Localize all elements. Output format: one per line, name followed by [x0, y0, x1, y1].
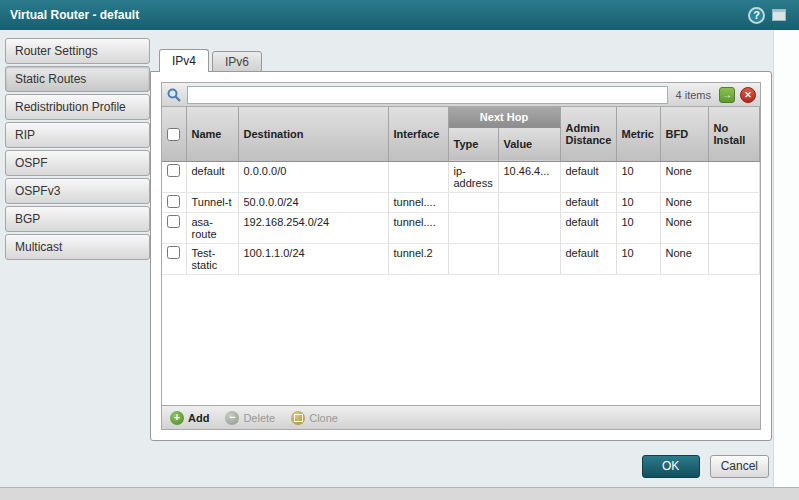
- page-bottom-strip: [0, 487, 799, 500]
- column-header-interface[interactable]: Interface: [388, 107, 448, 161]
- cell-metric: 10: [616, 243, 660, 274]
- column-header-metric[interactable]: Metric: [616, 107, 660, 161]
- static-routes-panel: 4 items Name Destination Interface Next …: [150, 71, 772, 441]
- clone-icon: [291, 411, 305, 425]
- cell-value: [498, 212, 560, 243]
- dialog-footer: OK Cancel: [642, 455, 769, 478]
- row-checkbox[interactable]: [167, 164, 180, 177]
- ok-button[interactable]: OK: [642, 455, 700, 478]
- sidebar-item-ospfv3[interactable]: OSPFv3: [5, 178, 150, 204]
- add-icon: [170, 411, 184, 425]
- filter-input[interactable]: [187, 86, 668, 104]
- filter-bar: 4 items: [162, 83, 760, 107]
- cell-type: [448, 243, 498, 274]
- cell-destination: 192.168.254.0/24: [238, 212, 388, 243]
- minimize-icon[interactable]: [772, 9, 786, 21]
- column-header-admin-distance[interactable]: Admin Distance: [560, 107, 616, 161]
- cancel-button[interactable]: Cancel: [710, 455, 769, 478]
- cell-metric: 10: [616, 161, 660, 192]
- cell-value: 10.46.4...: [498, 161, 560, 192]
- apply-filter-button[interactable]: [719, 87, 735, 103]
- cell-name: asa-route: [186, 212, 238, 243]
- routes-table: Name Destination Interface Next Hop Admi…: [162, 107, 760, 275]
- window-title: Virtual Router - default: [0, 8, 748, 22]
- cell-bfd: None: [660, 243, 708, 274]
- ip-version-tabs: IPv4 IPv6: [159, 49, 265, 72]
- row-checkbox[interactable]: [167, 215, 180, 228]
- cell-metric: 10: [616, 192, 660, 212]
- sidebar-item-rip[interactable]: RIP: [5, 122, 150, 148]
- cell-interface: tunnel.2: [388, 243, 448, 274]
- cell-name: Tunnel-t: [186, 192, 238, 212]
- cell-type: [448, 212, 498, 243]
- cell-admin-distance: default: [560, 243, 616, 274]
- clone-button[interactable]: Clone: [291, 411, 338, 425]
- tab-ipv6[interactable]: IPv6: [212, 51, 262, 72]
- cell-metric: 10: [616, 212, 660, 243]
- cell-destination: 50.0.0.0/24: [238, 192, 388, 212]
- add-button[interactable]: Add: [170, 411, 209, 425]
- select-all-checkbox[interactable]: [167, 128, 180, 141]
- cell-destination: 100.1.1.0/24: [238, 243, 388, 274]
- delete-icon: [225, 411, 239, 425]
- delete-button[interactable]: Delete: [225, 411, 275, 425]
- delete-label: Delete: [243, 412, 275, 424]
- cell-no-install: [708, 212, 760, 243]
- row-checkbox[interactable]: [167, 246, 180, 259]
- sidebar-item-router-settings[interactable]: Router Settings: [5, 38, 150, 64]
- cell-interface: tunnel....: [388, 212, 448, 243]
- table-row[interactable]: Test-static 100.1.1.0/24 tunnel.2 defaul…: [162, 243, 760, 274]
- cell-type: [448, 192, 498, 212]
- cell-type: ip-address: [448, 161, 498, 192]
- search-icon: [166, 87, 182, 103]
- cell-bfd: None: [660, 212, 708, 243]
- cell-name: Test-static: [186, 243, 238, 274]
- column-header-type[interactable]: Type: [448, 127, 498, 161]
- sidebar-item-redistribution-profile[interactable]: Redistribution Profile: [5, 94, 150, 120]
- sidebar-item-bgp[interactable]: BGP: [5, 206, 150, 232]
- page-background-strip: [773, 30, 799, 487]
- table-row[interactable]: default 0.0.0.0/0 ip-address 10.46.4... …: [162, 161, 760, 192]
- sidebar: Router Settings Static Routes Redistribu…: [5, 38, 150, 262]
- table-row[interactable]: Tunnel-t 50.0.0.0/24 tunnel.... default …: [162, 192, 760, 212]
- cell-no-install: [708, 161, 760, 192]
- cell-admin-distance: default: [560, 161, 616, 192]
- cell-bfd: None: [660, 161, 708, 192]
- column-header-destination[interactable]: Destination: [238, 107, 388, 161]
- cell-no-install: [708, 243, 760, 274]
- cell-no-install: [708, 192, 760, 212]
- sidebar-item-static-routes[interactable]: Static Routes: [5, 66, 150, 92]
- column-header-value[interactable]: Value: [498, 127, 560, 161]
- items-count-label: 4 items: [673, 89, 714, 101]
- cell-value: [498, 192, 560, 212]
- column-group-next-hop: Next Hop: [448, 107, 560, 127]
- cell-admin-distance: default: [560, 192, 616, 212]
- tab-ipv4[interactable]: IPv4: [159, 49, 209, 72]
- clone-label: Clone: [309, 412, 338, 424]
- cell-destination: 0.0.0.0/0: [238, 161, 388, 192]
- clear-filter-button[interactable]: [740, 87, 756, 103]
- column-header-bfd[interactable]: BFD: [660, 107, 708, 161]
- table-toolbar: Add Delete Clone: [162, 405, 760, 429]
- cell-name: default: [186, 161, 238, 192]
- cell-admin-distance: default: [560, 212, 616, 243]
- titlebar-icons: [748, 7, 799, 24]
- row-checkbox[interactable]: [167, 195, 180, 208]
- cell-interface: tunnel....: [388, 192, 448, 212]
- select-all-header: [162, 107, 186, 161]
- titlebar: Virtual Router - default: [0, 0, 799, 30]
- sidebar-item-ospf[interactable]: OSPF: [5, 150, 150, 176]
- column-header-no-install[interactable]: No Install: [708, 107, 760, 161]
- column-header-name[interactable]: Name: [186, 107, 238, 161]
- add-label: Add: [188, 412, 209, 424]
- sidebar-item-multicast[interactable]: Multicast: [5, 234, 150, 260]
- help-icon[interactable]: [748, 7, 765, 24]
- table-row[interactable]: asa-route 192.168.254.0/24 tunnel.... de…: [162, 212, 760, 243]
- routes-grid: 4 items Name Destination Interface Next …: [161, 82, 761, 430]
- cell-interface: [388, 161, 448, 192]
- cell-bfd: None: [660, 192, 708, 212]
- cell-value: [498, 243, 560, 274]
- table-empty-area: [162, 275, 760, 406]
